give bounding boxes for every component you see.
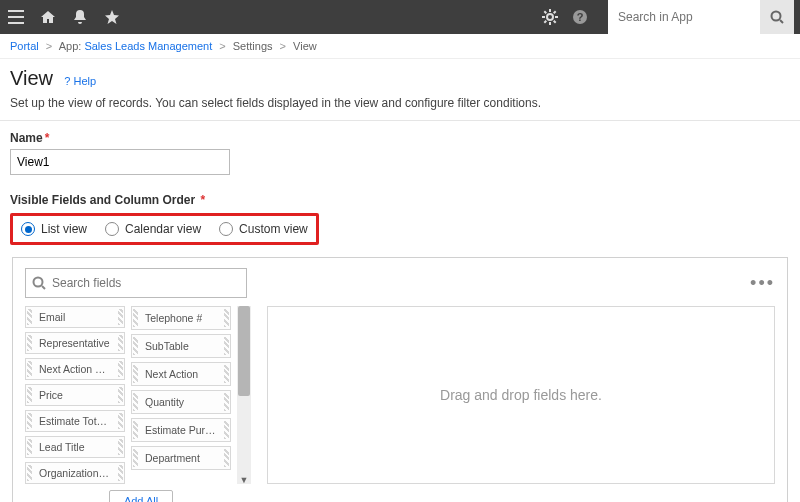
home-icon[interactable] (38, 7, 58, 27)
search-fields-box (25, 268, 247, 298)
field-chip[interactable]: Representative (25, 332, 125, 354)
app-search (608, 0, 794, 34)
field-chip-label: Lead Title (39, 441, 85, 453)
radio-label: List view (41, 222, 87, 236)
field-chip-label: Department (145, 452, 200, 464)
field-chip-label: Price (39, 389, 63, 401)
radio-label: Calendar view (125, 222, 201, 236)
radio-circle-icon (105, 222, 119, 236)
breadcrumb: Portal > App: Sales Leads Management > S… (0, 34, 800, 59)
field-chip-label: Next Action Date (39, 363, 111, 375)
field-designer-panel: ••• EmailRepresentativeNext Action DateP… (12, 257, 788, 502)
svg-point-4 (34, 278, 43, 287)
gear-icon[interactable] (540, 7, 560, 27)
field-chip-label: Estimate Total Sales (39, 415, 111, 427)
field-chip-label: Representative (39, 337, 110, 349)
bell-icon[interactable] (70, 7, 90, 27)
breadcrumb-portal[interactable]: Portal (10, 40, 39, 52)
field-chip-label: Organization Name (39, 467, 111, 479)
field-chip-label: Email (39, 311, 65, 323)
field-chip-label: SubTable (145, 340, 189, 352)
star-icon[interactable] (102, 7, 122, 27)
scroll-down-icon[interactable]: ▼ (237, 474, 251, 484)
field-chip-label: Telephone # (145, 312, 202, 324)
fields-drop-zone[interactable]: Drag and drop fields here. (267, 306, 775, 484)
more-options-icon[interactable]: ••• (750, 273, 775, 294)
page-header: View ? Help Set up the view of records. … (0, 59, 800, 121)
topbar-right: ? (540, 0, 794, 34)
form-area: Name* Visible Fields and Column Order * … (0, 121, 800, 502)
search-icon (770, 10, 784, 24)
search-fields-input[interactable] (52, 276, 240, 290)
breadcrumb-app-prefix: App: (59, 40, 82, 52)
name-input[interactable] (10, 149, 230, 175)
help-link[interactable]: ? Help (64, 75, 96, 87)
top-bar: ? (0, 0, 800, 34)
app-search-button[interactable] (760, 0, 794, 34)
visible-fields-label: Visible Fields and Column Order * (10, 193, 790, 207)
search-icon (32, 276, 46, 290)
app-search-input[interactable] (608, 0, 760, 34)
field-chip[interactable]: Telephone # (131, 306, 231, 330)
field-chip[interactable]: Organization Name (25, 462, 125, 484)
radio-list-view[interactable]: List view (21, 222, 87, 236)
field-chip[interactable]: Estimate Total Sales (25, 410, 125, 432)
view-type-radio-group: List view Calendar view Custom view (10, 213, 319, 245)
page-title: View (10, 67, 53, 90)
field-chip[interactable]: Estimate Purchase D... (131, 418, 231, 442)
breadcrumb-app-link[interactable]: Sales Leads Management (84, 40, 212, 52)
scroll-thumb[interactable] (238, 306, 250, 396)
name-label: Name* (10, 131, 790, 145)
radio-circle-icon (21, 222, 35, 236)
radio-label: Custom view (239, 222, 308, 236)
field-chip-label: Next Action (145, 368, 198, 380)
svg-text:?: ? (577, 11, 584, 23)
field-chip[interactable]: Email (25, 306, 125, 328)
field-chip-label: Estimate Purchase D... (145, 424, 217, 436)
field-chip[interactable]: Quantity (131, 390, 231, 414)
required-asterisk: * (45, 131, 50, 145)
menu-icon[interactable] (6, 7, 26, 27)
field-chip[interactable]: Next Action Date (25, 358, 125, 380)
radio-custom-view[interactable]: Custom view (219, 222, 308, 236)
breadcrumb-sep: > (46, 40, 52, 52)
help-icon[interactable]: ? (570, 7, 590, 27)
field-chip[interactable]: Lead Title (25, 436, 125, 458)
field-chip[interactable]: Next Action (131, 362, 231, 386)
breadcrumb-settings: Settings (233, 40, 273, 52)
breadcrumb-sep: > (219, 40, 225, 52)
radio-calendar-view[interactable]: Calendar view (105, 222, 201, 236)
field-chip-label: Quantity (145, 396, 184, 408)
svg-point-0 (547, 14, 553, 20)
svg-point-3 (772, 12, 781, 21)
breadcrumb-sep: > (280, 40, 286, 52)
page-description: Set up the view of records. You can sele… (10, 96, 790, 110)
field-chip[interactable]: Price (25, 384, 125, 406)
fields-scrollbar[interactable]: ▲ ▼ (237, 306, 251, 484)
breadcrumb-current: View (293, 40, 317, 52)
required-asterisk: * (197, 193, 205, 207)
drop-zone-text: Drag and drop fields here. (440, 387, 602, 403)
field-chip[interactable]: SubTable (131, 334, 231, 358)
available-fields-list: EmailRepresentativeNext Action DatePrice… (25, 306, 257, 484)
radio-circle-icon (219, 222, 233, 236)
topbar-left (6, 7, 122, 27)
field-chip[interactable]: Department (131, 446, 231, 470)
add-all-button[interactable]: Add All (109, 490, 173, 502)
